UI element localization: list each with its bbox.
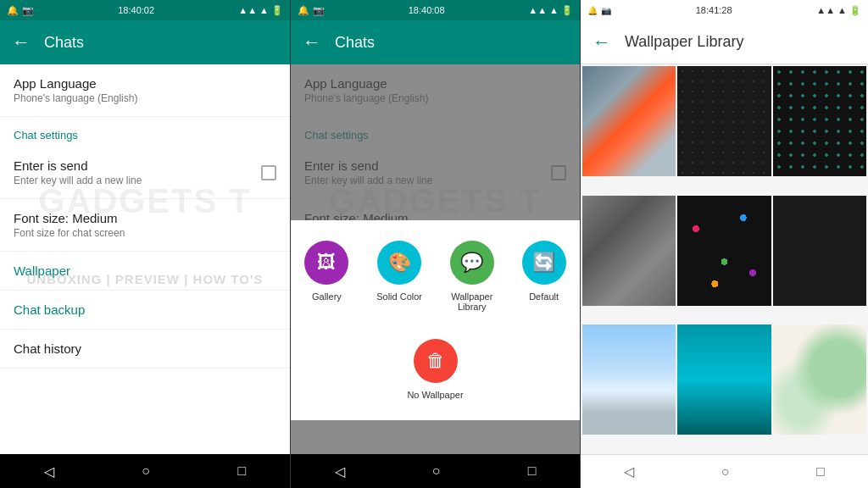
enter-send-sub: Enter key will add a new line	[14, 175, 261, 186]
status-icons-right-3: ▲▲ ▲ 🔋	[816, 5, 861, 16]
enter-send-checkbox[interactable]	[261, 165, 276, 180]
wifi-icon-2: ▲	[549, 5, 559, 15]
wallpaper-thumb-rain[interactable]	[582, 66, 676, 176]
toolbar-2: ← Chats	[291, 20, 580, 64]
status-bar-3: 🔔 📷 18:41:28 ▲▲ ▲ 🔋	[581, 0, 868, 20]
default-option[interactable]: 🔄 Default	[522, 241, 566, 312]
nav-bar-3: ◁ ○ □	[581, 454, 868, 488]
wallpaper-thumb-blue-waves[interactable]	[677, 324, 771, 435]
back-button-1[interactable]: ←	[12, 31, 31, 53]
solid-color-icon[interactable]: 🎨	[377, 241, 421, 285]
status-icons-left-2: 🔔 📷	[298, 5, 325, 16]
status-icons-left-3: 🔔 📷	[587, 6, 611, 15]
wallpaper-options-row: 🖼 Gallery 🎨 Solid Color 💬 Wallpaper Libr…	[291, 234, 580, 319]
wifi-icon-3: ▲	[837, 5, 847, 15]
settings-list-1: App Language Phone's language (English) …	[0, 64, 290, 369]
nav-bar-1: ◁ ○ □	[0, 454, 290, 488]
solid-color-label: Solid Color	[376, 291, 422, 302]
wallpaper-thumb-dots-dark[interactable]	[773, 66, 866, 176]
photo-icon: 📷	[22, 5, 34, 16]
photo-icon-3: 📷	[601, 6, 611, 15]
nav-back-btn-2[interactable]: ◁	[335, 463, 345, 480]
nav-recents-btn-3[interactable]: □	[816, 464, 825, 480]
wifi-icon: ▲	[259, 5, 269, 15]
status-icons-left: 🔔 📷	[7, 5, 34, 16]
wallpaper-link[interactable]: Wallpaper	[0, 252, 290, 291]
toolbar-title-2: Chats	[335, 34, 568, 52]
app-language-item[interactable]: App Language Phone's language (English)	[0, 64, 290, 117]
status-icons-right: ▲▲ ▲ 🔋	[238, 5, 283, 16]
status-bar-1: 🔔 📷 18:40:02 ▲▲ ▲ 🔋	[0, 0, 290, 20]
status-time-3: 18:41:28	[696, 5, 732, 15]
panel-chats-settings: 🔔 📷 18:40:02 ▲▲ ▲ 🔋 ← Chats GADGETS T Ap…	[0, 0, 290, 488]
back-button-2[interactable]: ←	[303, 31, 321, 53]
nav-back-btn-3[interactable]: ◁	[624, 463, 634, 480]
panel-wallpaper-library: 🔔 📷 18:41:28 ▲▲ ▲ 🔋 ← Wallpaper Library	[580, 0, 868, 488]
wallpaper-library-label: Wallpaper Library	[451, 291, 492, 312]
photo-icon-2: 📷	[313, 5, 325, 16]
gallery-option[interactable]: 🖼 Gallery	[304, 241, 348, 312]
no-wallpaper-section: 🗑 No Wallpaper	[291, 319, 580, 413]
no-wallpaper-icon[interactable]: 🗑	[414, 339, 458, 383]
wallpaper-grid	[581, 64, 868, 454]
notification-icon-2: 🔔	[298, 5, 309, 16]
wallpaper-thumb-moon[interactable]	[582, 196, 676, 306]
chat-settings-header: Chat settings	[0, 117, 290, 147]
notification-icon-3: 🔔	[587, 6, 598, 15]
font-size-sub: Font size for chat screen	[14, 227, 276, 239]
battery-icon-3: 🔋	[849, 5, 861, 16]
wallpaper-thumb-empty	[773, 196, 866, 306]
enter-send-row[interactable]: Enter is send Enter key will add a new l…	[0, 147, 290, 199]
app-language-title: App Language	[14, 76, 276, 91]
toolbar-title-3: Wallpaper Library	[625, 33, 856, 51]
status-icons-right-2: ▲▲ ▲ 🔋	[528, 5, 573, 16]
status-time-2: 18:40:08	[409, 5, 445, 15]
enter-send-left: Enter is send Enter key will add a new l…	[14, 158, 261, 186]
notification-icon: 🔔	[7, 5, 19, 16]
wallpaper-thumb-colorful[interactable]	[677, 196, 771, 306]
wallpaper-thumb-clouds[interactable]	[582, 324, 676, 435]
gallery-icon[interactable]: 🖼	[304, 241, 348, 285]
panel-chats-wallpaper: 🔔 📷 18:40:08 ▲▲ ▲ 🔋 ← Chats GADGETS T Ap…	[290, 0, 580, 488]
battery-icon: 🔋	[271, 5, 283, 16]
toolbar-3: ← Wallpaper Library	[581, 20, 868, 64]
nav-bar-2: ◁ ○ □	[291, 454, 580, 488]
gallery-label: Gallery	[312, 291, 342, 302]
default-label: Default	[529, 291, 559, 302]
nav-recents-btn-2[interactable]: □	[528, 463, 537, 479]
signal-icon-2: ▲▲	[528, 5, 547, 15]
settings-content-2: GADGETS T App Language Phone's language …	[291, 64, 580, 454]
font-size-item[interactable]: Font size: Medium Font size for chat scr…	[0, 199, 290, 252]
wallpaper-thumb-leaves[interactable]	[773, 324, 866, 435]
no-wallpaper-label: No Wallpaper	[407, 390, 463, 400]
signal-icon: ▲▲	[238, 5, 257, 15]
nav-home-btn-2[interactable]: ○	[432, 463, 441, 479]
back-button-3[interactable]: ←	[593, 31, 611, 53]
toolbar-1: ← Chats	[0, 20, 290, 64]
default-icon[interactable]: 🔄	[522, 241, 566, 285]
nav-recents-btn-1[interactable]: □	[238, 463, 247, 479]
chat-history-title: Chat history	[14, 341, 276, 356]
battery-icon-2: 🔋	[561, 5, 573, 16]
nav-home-btn-3[interactable]: ○	[721, 464, 730, 480]
wallpaper-grid-container	[581, 64, 868, 454]
delete-icon: 🗑	[426, 350, 445, 372]
app-language-sub: Phone's language (English)	[14, 92, 276, 104]
status-bar-2: 🔔 📷 18:40:08 ▲▲ ▲ 🔋	[291, 0, 580, 20]
wallpaper-thumb-dark-pattern[interactable]	[677, 66, 771, 176]
settings-content-1: GADGETS T App Language Phone's language …	[0, 64, 290, 454]
enter-send-title: Enter is send	[14, 158, 261, 173]
nav-back-btn-1[interactable]: ◁	[44, 463, 54, 480]
chat-history-item[interactable]: Chat history	[0, 330, 290, 369]
wallpaper-library-option[interactable]: 💬 Wallpaper Library	[450, 241, 494, 312]
signal-icon-3: ▲▲	[816, 5, 835, 15]
font-size-title: Font size: Medium	[14, 211, 276, 225]
nav-home-btn-1[interactable]: ○	[142, 463, 150, 479]
wallpaper-options-sheet: 🖼 Gallery 🎨 Solid Color 💬 Wallpaper Libr…	[291, 220, 580, 420]
wallpaper-library-icon[interactable]: 💬	[450, 241, 494, 285]
solid-color-option[interactable]: 🎨 Solid Color	[376, 241, 422, 312]
chat-backup-link[interactable]: Chat backup	[0, 291, 290, 330]
status-time-1: 18:40:02	[118, 5, 154, 15]
toolbar-title-1: Chats	[44, 34, 278, 52]
